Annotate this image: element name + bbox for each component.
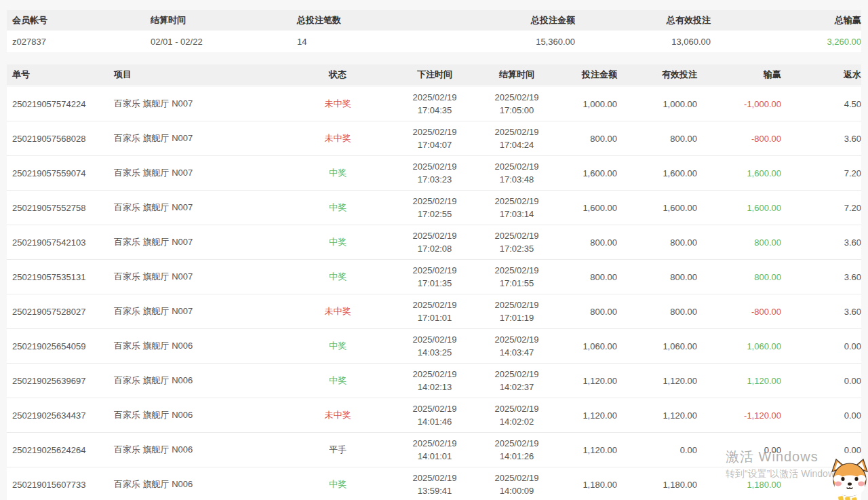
cell-winloss: 800.00 bbox=[704, 237, 788, 248]
cell-status: 中奖 bbox=[283, 236, 392, 248]
table-row: 250219057559074 百家乐 旗舰厅 N007 中奖 2025/02/… bbox=[7, 156, 861, 191]
cell-rebate: 7.20 bbox=[788, 203, 861, 213]
cell-valid-bet: 800.00 bbox=[624, 272, 704, 282]
cell-rebate: 0.00 bbox=[788, 341, 861, 351]
cell-bet-time: 2025/02/19 17:01:35 bbox=[392, 264, 477, 290]
summary-header-total-winloss: 总输赢 bbox=[711, 14, 861, 26]
header-rebate: 返水 bbox=[788, 69, 861, 81]
cell-settle-time: 2025/02/19 17:03:48 bbox=[477, 160, 556, 186]
settle-time-line: 14:01:26 bbox=[477, 450, 556, 463]
cell-project: 百家乐 旗舰厅 N007 bbox=[114, 201, 283, 214]
cell-valid-bet: 800.00 bbox=[624, 307, 704, 317]
cell-project: 百家乐 旗舰厅 N006 bbox=[114, 478, 283, 491]
bet-time-line: 14:03:25 bbox=[392, 346, 477, 359]
settle-date-line: 2025/02/19 bbox=[477, 160, 556, 173]
bet-date-line: 2025/02/19 bbox=[392, 333, 477, 346]
cell-settle-time: 2025/02/19 17:01:55 bbox=[477, 264, 556, 290]
settle-time-line: 17:01:55 bbox=[477, 277, 556, 290]
summary-total-bet: 15,360.00 bbox=[446, 37, 575, 47]
cell-settle-time: 2025/02/19 14:01:26 bbox=[477, 437, 556, 463]
cell-rebate: 0.00 bbox=[788, 410, 861, 421]
cell-project: 百家乐 旗舰厅 N006 bbox=[114, 409, 283, 421]
settle-time-line: 17:03:14 bbox=[477, 208, 556, 220]
cell-winloss: -800.00 bbox=[704, 134, 788, 144]
cell-bet-amount: 800.00 bbox=[556, 237, 624, 248]
cell-settle-time: 2025/02/19 17:02:35 bbox=[477, 229, 556, 255]
summary-value-row: z027837 02/01 - 02/22 14 15,360.00 13,06… bbox=[7, 31, 861, 52]
table-row: 250219025634437 百家乐 旗舰厅 N006 未中奖 2025/02… bbox=[7, 398, 861, 433]
cell-bet-time: 2025/02/19 17:02:55 bbox=[392, 195, 477, 220]
summary-header-bet-count: 总投注笔数 bbox=[297, 14, 446, 26]
cell-order-number: 250219057528027 bbox=[7, 307, 114, 317]
cell-valid-bet: 1,600.00 bbox=[624, 203, 704, 213]
cell-status: 中奖 bbox=[283, 478, 392, 491]
cell-bet-time: 2025/02/19 17:01:01 bbox=[392, 299, 477, 324]
cell-project: 百家乐 旗舰厅 N006 bbox=[114, 340, 283, 352]
cell-rebate: 3.60 bbox=[788, 272, 861, 282]
cell-bet-time: 2025/02/19 17:03:23 bbox=[392, 160, 477, 186]
table-row: 250219025654059 百家乐 旗舰厅 N006 中奖 2025/02/… bbox=[7, 329, 861, 364]
cell-settle-time: 2025/02/19 14:02:37 bbox=[477, 368, 556, 393]
cell-order-number: 250219025639697 bbox=[7, 376, 114, 386]
bet-date-line: 2025/02/19 bbox=[392, 472, 477, 484]
bet-time-line: 17:02:08 bbox=[392, 242, 477, 255]
bet-time-line: 14:01:01 bbox=[392, 450, 477, 463]
table-row: 250219057528027 百家乐 旗舰厅 N007 未中奖 2025/02… bbox=[7, 294, 861, 329]
cell-bet-amount: 800.00 bbox=[556, 272, 624, 282]
cell-rebate: 4.50 bbox=[788, 99, 861, 109]
cell-winloss: 1,600.00 bbox=[704, 168, 788, 178]
cell-bet-time: 2025/02/19 14:01:01 bbox=[392, 437, 477, 463]
cell-bet-amount: 1,120.00 bbox=[556, 445, 624, 455]
settle-time-line: 14:03:47 bbox=[477, 346, 556, 359]
cell-valid-bet: 800.00 bbox=[624, 237, 704, 248]
header-bet-amount: 投注金额 bbox=[556, 69, 624, 81]
cell-bet-amount: 1,000.00 bbox=[556, 99, 624, 109]
settle-date-line: 2025/02/19 bbox=[477, 299, 556, 311]
header-order: 单号 bbox=[7, 69, 114, 81]
summary-header-total-valid: 总有效投注 bbox=[575, 14, 711, 26]
bet-date-line: 2025/02/19 bbox=[392, 368, 477, 381]
cell-rebate: 3.60 bbox=[788, 307, 861, 317]
cell-winloss: 1,600.00 bbox=[704, 203, 788, 213]
cell-valid-bet: 800.00 bbox=[624, 134, 704, 144]
table-row: 250219057542103 百家乐 旗舰厅 N007 中奖 2025/02/… bbox=[7, 225, 861, 260]
table-row: 250219057568028 百家乐 旗舰厅 N007 未中奖 2025/02… bbox=[7, 121, 861, 156]
bet-time-line: 17:01:01 bbox=[392, 311, 477, 324]
cell-bet-amount: 1,120.00 bbox=[556, 376, 624, 386]
cell-status: 中奖 bbox=[283, 201, 392, 214]
cell-order-number: 250219057559074 bbox=[7, 168, 114, 178]
header-valid-bet: 有效投注 bbox=[624, 69, 704, 81]
shiba-dog-icon bbox=[829, 459, 868, 500]
cell-settle-time: 2025/02/19 14:02:02 bbox=[477, 402, 556, 428]
cell-bet-time: 2025/02/19 17:02:08 bbox=[392, 229, 477, 255]
summary-total-valid: 13,060.00 bbox=[575, 37, 711, 47]
cell-status: 平手 bbox=[283, 444, 392, 456]
settle-time-line: 14:02:37 bbox=[477, 381, 556, 393]
cell-settle-time: 2025/02/19 17:05:00 bbox=[477, 91, 556, 117]
cell-bet-time: 2025/02/19 13:59:41 bbox=[392, 472, 477, 497]
cell-settle-time: 2025/02/19 14:03:47 bbox=[477, 333, 556, 359]
cell-winloss: -1,000.00 bbox=[704, 99, 788, 109]
settle-time-line: 17:04:24 bbox=[477, 138, 556, 151]
cell-bet-amount: 1,600.00 bbox=[556, 203, 624, 213]
settle-date-line: 2025/02/19 bbox=[477, 126, 556, 138]
cell-rebate: 0.00 bbox=[788, 376, 861, 386]
cell-rebate: 3.60 bbox=[788, 134, 861, 144]
summary-account: z027837 bbox=[7, 37, 151, 47]
bet-time-line: 14:01:46 bbox=[392, 415, 477, 428]
table-row: 250219057535131 百家乐 旗舰厅 N007 中奖 2025/02/… bbox=[7, 260, 861, 294]
settle-date-line: 2025/02/19 bbox=[477, 333, 556, 346]
summary-table: 会员帐号 结算时间 总投注笔数 总投注金额 总有效投注 总输赢 z027837 … bbox=[7, 10, 861, 52]
summary-header-period: 结算时间 bbox=[151, 14, 297, 26]
shiba-mascot-widget[interactable] bbox=[829, 459, 868, 500]
cell-winloss: 1,060.00 bbox=[704, 341, 788, 351]
summary-period: 02/01 - 02/22 bbox=[151, 37, 297, 47]
settle-date-line: 2025/02/19 bbox=[477, 229, 556, 242]
bet-date-line: 2025/02/19 bbox=[392, 264, 477, 277]
bet-date-line: 2025/02/19 bbox=[392, 195, 477, 208]
summary-header-total-bet: 总投注金额 bbox=[446, 14, 575, 26]
cell-bet-amount: 1,600.00 bbox=[556, 168, 624, 178]
cell-order-number: 250219057574224 bbox=[7, 99, 114, 109]
cell-bet-time: 2025/02/19 14:01:46 bbox=[392, 402, 477, 428]
settle-date-line: 2025/02/19 bbox=[477, 472, 556, 484]
